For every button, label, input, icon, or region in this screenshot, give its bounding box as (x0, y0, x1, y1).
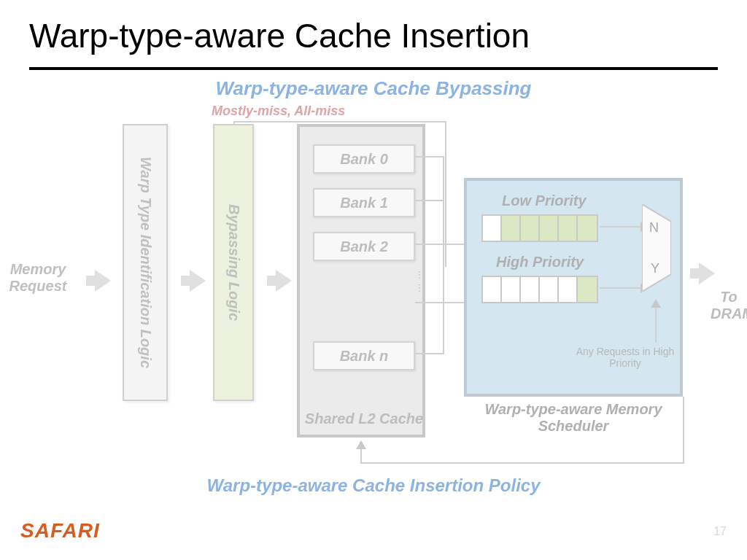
block-label: Bypassing Logic (225, 204, 242, 321)
policy-label: Warp-type-aware Cache Insertion Policy (0, 475, 747, 496)
connector-line (600, 226, 642, 228)
connector-line (655, 306, 657, 343)
l2-label: Shared L2 Cache (300, 411, 428, 427)
queue-cell (483, 277, 502, 302)
queue-cell (502, 216, 521, 241)
connector-line (600, 287, 642, 289)
block-label: Warp Type Identification Logic (137, 157, 154, 368)
bank-1: Bank 1 (313, 188, 415, 217)
mux-y: Y (651, 261, 659, 276)
queue-cell (483, 216, 502, 241)
queue-cell (540, 216, 559, 241)
queue-cell (540, 277, 559, 302)
connector-line (360, 448, 362, 464)
connector-line (415, 353, 444, 354)
bank-ellipsis: …… (300, 270, 428, 296)
queue-cell (521, 216, 540, 241)
bank-n: Bank n (313, 341, 415, 370)
connector-line (443, 156, 444, 354)
warp-type-id-block: Warp Type Identification Logic (123, 124, 168, 401)
slide-title: Warp-type-aware Cache Insertion (29, 16, 530, 55)
connector-line (415, 156, 444, 158)
subtitle: Warp-type-aware Cache Bypassing (0, 77, 747, 100)
connector-line (445, 121, 446, 267)
bank-2: Bank 2 (313, 232, 415, 261)
queue-cell (578, 216, 597, 241)
queue-cell (578, 277, 597, 302)
safari-logo: SAFARI (20, 519, 100, 542)
arrow-up-icon (356, 440, 366, 449)
arrow-icon (276, 270, 292, 292)
queue-cell (559, 216, 578, 241)
bypass-logic-block: Bypassing Logic (213, 124, 254, 401)
arrow-icon (699, 262, 715, 284)
connector-line (415, 302, 465, 303)
title-rule (29, 67, 718, 70)
connector-line (233, 121, 446, 122)
low-priority-queue (481, 214, 598, 242)
connector-line (683, 397, 684, 464)
arrow-up-icon (651, 299, 661, 308)
svg-marker-0 (642, 204, 671, 292)
high-priority-queue (481, 276, 598, 303)
connector-line (360, 462, 683, 464)
queue-cell (521, 277, 540, 302)
connector-line (415, 244, 465, 245)
arrow-icon (190, 270, 206, 292)
queue-cell (559, 277, 578, 302)
connector-line (415, 200, 444, 201)
shared-l2-cache: Bank 0 Bank 1 Bank 2 …… Bank n Shared L2… (297, 124, 425, 438)
page-number: 17 (713, 525, 727, 538)
memory-request-label: Memory Request (4, 261, 71, 295)
mux-n: N (649, 220, 659, 236)
scheduler-label: Warp-type-aware Memory Scheduler (464, 401, 683, 435)
high-priority-label: High Priority (496, 254, 584, 271)
mux: N Y (642, 204, 671, 292)
queue-cell (502, 277, 521, 302)
mostly-miss-label: Mostly-miss, All-miss (212, 104, 345, 119)
low-priority-label: Low Priority (502, 192, 587, 209)
bank-0: Bank 0 (313, 144, 415, 174)
arrow-icon (95, 270, 111, 292)
connector-line (233, 122, 235, 124)
to-dram-label: To DRAM (711, 289, 747, 322)
any-requests-label: Any Requests in High Priority (570, 346, 680, 369)
